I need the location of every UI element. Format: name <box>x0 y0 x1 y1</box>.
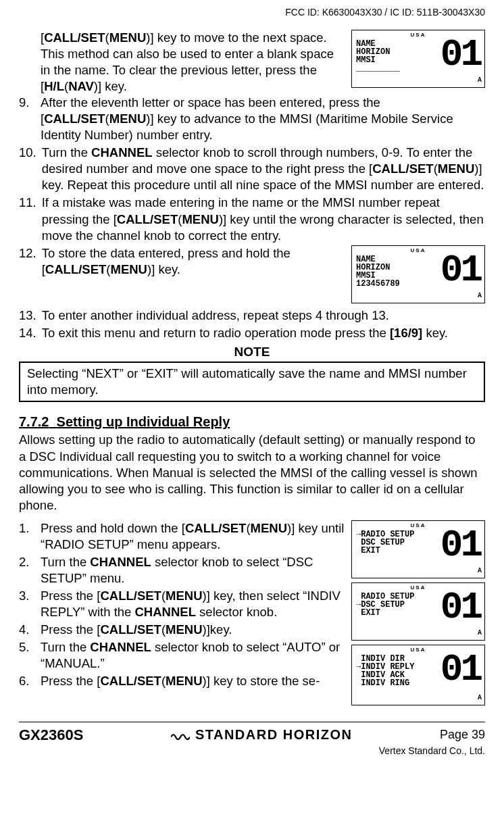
list-item: 6. Press the [CALL/SET(MENU)] key to sto… <box>19 673 346 689</box>
key-label: [CALL/SET(MENU)] <box>97 622 210 637</box>
list-text: Turn the CHANNEL selector knob to select… <box>41 639 346 672</box>
list-number: 9. <box>19 95 35 143</box>
list-number: 10. <box>19 145 36 193</box>
page-number: Page 39 <box>440 728 485 742</box>
lcd-sub: A <box>478 76 482 84</box>
brand-logo: STANDARD HORIZON <box>171 727 353 743</box>
list-item: 4. Press the [CALL/SET(MENU)]key. <box>19 622 346 638</box>
instruction-list-top: 9. After the eleventh letter or space ha… <box>19 95 485 341</box>
note-title: NOTE <box>19 344 485 361</box>
list-text: Press and hold down the [CALL/SET(MENU)]… <box>41 520 346 553</box>
lcd-sub: A <box>478 566 482 575</box>
list-text: To exit this menu and return to radio op… <box>42 325 485 341</box>
lcd-screen-1: USA NAME HORIZON MMSI _________ 01 A <box>351 30 485 88</box>
lcd-sub: A <box>478 628 482 637</box>
lcd-lines: NAME HORIZON MMSI _________ <box>356 40 400 72</box>
brand-text: STANDARD HORIZON <box>195 727 353 743</box>
key-label: CHANNEL <box>90 555 151 569</box>
list-item: 1. Press and hold down the [CALL/SET(MEN… <box>19 520 346 553</box>
key-label: [CALL/SET(MENU)] <box>41 30 154 45</box>
list-number: 11. <box>19 195 36 243</box>
list-item: 10. Turn the CHANNEL selector knob to sc… <box>19 145 485 193</box>
key-label: CHANNEL <box>91 145 152 159</box>
lcd-screen-5: USA INDIV DIR →INDIV REPLY INDIV ACK IND… <box>351 645 485 705</box>
lcd-digits: 01 <box>440 526 480 564</box>
list-number: 14. <box>19 325 36 341</box>
lcd-screen-4: USA RADIO SETUP →DSC SETUP EXIT 01 A <box>351 582 485 641</box>
key-label: CHANNEL <box>90 640 151 654</box>
lcd-sub: A <box>478 693 482 702</box>
key-label: [CALL/SET(MENU)] <box>369 161 482 176</box>
lcd-digits: 01 <box>440 651 480 689</box>
list-text: Press the [CALL/SET(MENU)] key to store … <box>41 673 346 689</box>
lcd-screen-3: USA →RADIO SETUP DSC SETUP EXIT 01 A <box>351 520 485 578</box>
lcd-screen-2: USA NAME HORIZON MMSI 123456789 01 A <box>351 245 485 303</box>
section-intro: Allows setting up the radio to automatic… <box>19 432 485 513</box>
list-number: 13. <box>19 307 36 324</box>
key-label: [CALL/SET(MENU)] <box>42 262 155 276</box>
lcd-lines: NAME HORIZON MMSI 123456789 <box>356 255 400 288</box>
list-text: After the eleventh letter or space has b… <box>41 95 485 143</box>
list-text: Press the [CALL/SET(MENU)]key. <box>41 622 346 638</box>
list-number: 6. <box>19 673 35 689</box>
note-box: Selecting “NEXT” or “EXIT” will automati… <box>19 362 485 402</box>
lcd-lines: →RADIO SETUP DSC SETUP EXIT <box>356 530 414 555</box>
lcd-digits: 01 <box>440 251 480 289</box>
list-text: If a mistake was made entering in the na… <box>42 195 485 243</box>
lcd-digits: 01 <box>440 36 480 74</box>
list-number: 3. <box>19 588 35 620</box>
list-text: Turn the CHANNEL selector knob to select… <box>41 554 346 587</box>
list-item: 9. After the eleventh letter or space ha… <box>19 95 485 143</box>
list-item: 5. Turn the CHANNEL selector knob to sel… <box>19 639 346 672</box>
list-number: 1. <box>19 520 35 553</box>
list-item: 11. If a mistake was made entering in th… <box>19 195 485 243</box>
key-label: [16/9] <box>390 326 422 340</box>
lcd-usa: USA <box>411 522 426 529</box>
brand-wave-icon <box>171 729 190 741</box>
fcc-id-header: FCC ID: K6630043X30 / IC ID: 511B-30043X… <box>19 7 485 18</box>
list-item: 14. To exit this menu and return to radi… <box>19 325 485 341</box>
model-label: GX2360S <box>19 726 83 744</box>
lcd-digits: 01 <box>440 589 480 626</box>
key-label: [CALL/SET(MENU)] <box>182 521 295 535</box>
list-number: 5. <box>19 639 35 672</box>
key-label: [CALL/SET(MENU)] <box>97 674 210 688</box>
list-number: 4. <box>19 622 35 638</box>
list-item: 2. Turn the CHANNEL selector knob to sel… <box>19 554 346 587</box>
key-label: [CALL/SET(MENU)] <box>41 111 154 126</box>
key-label: [CALL/SET(MENU)] <box>97 589 210 603</box>
key-label: CHANNEL <box>135 605 196 619</box>
lcd-usa: USA <box>411 584 426 591</box>
list-text: Turn the CHANNEL selector knob to scroll… <box>42 145 485 193</box>
section-title: 7.7.2 Setting up Individual Reply <box>19 413 485 430</box>
lcd-usa: USA <box>411 32 426 39</box>
list-item: 12. USA NAME HORIZON MMSI 123456789 01 A… <box>19 245 485 306</box>
list-number: 2. <box>19 554 35 587</box>
page-footer: GX2360S STANDARD HORIZON Page 39 <box>19 722 485 744</box>
lcd-usa: USA <box>411 247 426 254</box>
key-label: [CALL/SET(MENU)] <box>114 212 227 226</box>
vendor-label: Vertex Standard Co., Ltd. <box>19 745 485 756</box>
lcd-usa: USA <box>411 647 426 653</box>
lcd-sub: A <box>478 291 482 300</box>
lcd-lines: INDIV DIR →INDIV REPLY INDIV ACK INDIV R… <box>356 655 414 687</box>
list-item: 13. To enter another individual address,… <box>19 307 485 324</box>
list-item: 3. Press the [CALL/SET(MENU)] key, then … <box>19 588 346 620</box>
list-number: 12. <box>19 245 36 306</box>
list-text: To enter another individual address, rep… <box>42 307 485 324</box>
key-label: [H/L(NAV)] <box>41 79 101 93</box>
list-text: USA NAME HORIZON MMSI 123456789 01 A To … <box>42 245 485 306</box>
list-text: Press the [CALL/SET(MENU)] key, then sel… <box>41 588 346 620</box>
lcd-lines: RADIO SETUP →DSC SETUP EXIT <box>356 593 414 617</box>
lcd-screen-stack: USA →RADIO SETUP DSC SETUP EXIT 01 A USA… <box>351 520 485 705</box>
